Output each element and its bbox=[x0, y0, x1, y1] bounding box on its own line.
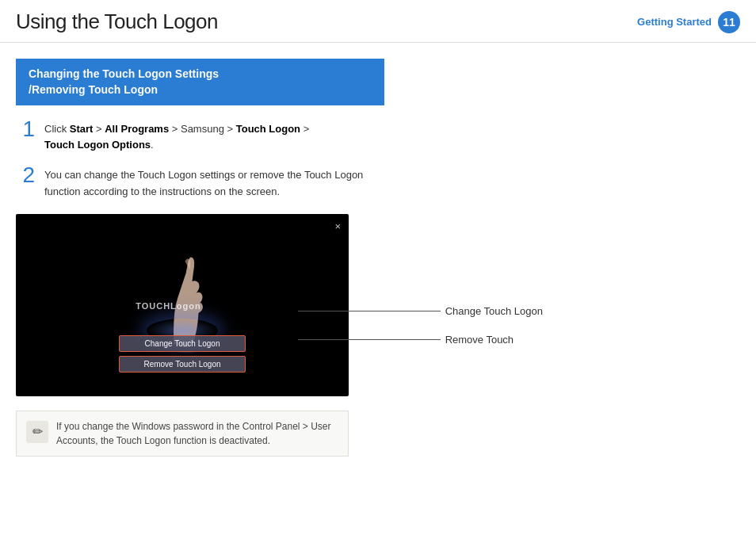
screenshot-buttons: Change Touch Logon Remove Touch Logon bbox=[119, 335, 246, 373]
close-icon[interactable]: × bbox=[334, 220, 341, 232]
note-text: If you change the Windows password in th… bbox=[56, 419, 338, 448]
section-header-text: Changing the Touch Logon Settings /Remov… bbox=[29, 67, 219, 96]
annotation-text-2: Remove Touch bbox=[445, 334, 514, 346]
step-2-number: 2 bbox=[16, 164, 35, 186]
step-1-content: Click Start > All Programs > Samsung > T… bbox=[44, 121, 309, 153]
right-column bbox=[400, 59, 740, 457]
change-touchlogon-btn[interactable]: Change Touch Logon bbox=[119, 335, 246, 352]
page-header: Using the Touch Logon Getting Started 11 bbox=[0, 0, 756, 43]
annotation-item-2: Remove Touch bbox=[298, 334, 543, 346]
annotation-text-1: Change Touch Logon bbox=[445, 305, 543, 317]
step-1: 1 Click Start > All Programs > Samsung >… bbox=[16, 121, 384, 153]
page-badge: 11 bbox=[718, 11, 740, 33]
header-right: Getting Started 11 bbox=[637, 11, 740, 33]
screenshot-wrapper: × TOUCHLogon bbox=[16, 214, 384, 396]
bold-touchlogon: Touch Logon bbox=[236, 123, 300, 135]
remove-touchlogon-btn[interactable]: Remove Touch Logon bbox=[119, 356, 246, 373]
annotation-item-1: Change Touch Logon bbox=[298, 305, 543, 317]
annotation-block: Change Touch Logon Remove Touch bbox=[298, 305, 543, 346]
main-content: Changing the Touch Logon Settings /Remov… bbox=[0, 43, 756, 457]
left-column: Changing the Touch Logon Settings /Remov… bbox=[16, 59, 384, 457]
bold-touchlogonoptions: Touch Logon Options bbox=[44, 139, 151, 151]
section-header-box: Changing the Touch Logon Settings /Remov… bbox=[16, 59, 384, 105]
step-1-number: 1 bbox=[16, 118, 35, 140]
step-2: 2 You can change the Touch Logon setting… bbox=[16, 167, 384, 199]
bold-allprograms: All Programs bbox=[105, 123, 169, 135]
touch-logon-watermark: TOUCHLogon bbox=[136, 301, 201, 311]
bold-start: Start bbox=[70, 123, 94, 135]
section-label: Getting Started bbox=[637, 16, 712, 28]
note-box: ✏ If you change the Windows password in … bbox=[16, 411, 349, 457]
page-title: Using the Touch Logon bbox=[16, 10, 218, 34]
annotation-line-2 bbox=[298, 339, 441, 340]
step-2-content: You can change the Touch Logon settings … bbox=[44, 167, 384, 199]
note-icon: ✏ bbox=[26, 421, 48, 443]
annotation-line-1 bbox=[298, 311, 441, 311]
